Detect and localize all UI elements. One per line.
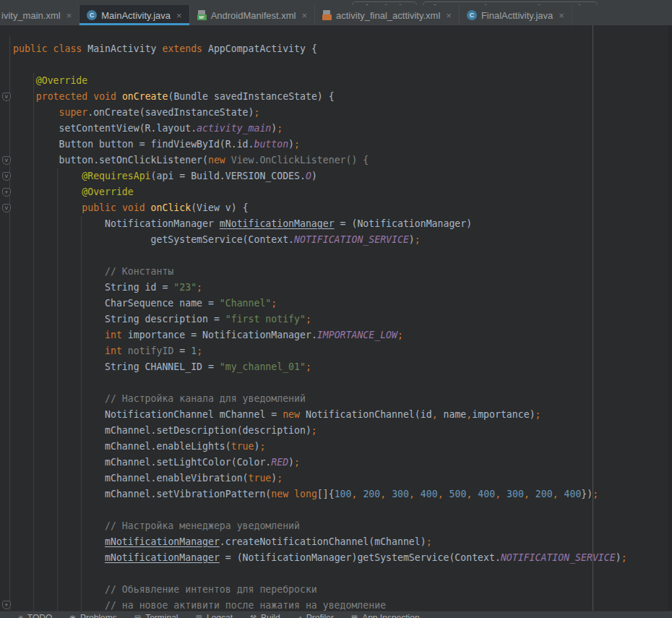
profiler-icon: ◔ — [298, 613, 302, 618]
tab-close-icon[interactable]: × — [559, 10, 564, 21]
code-line — [13, 566, 627, 582]
code-line: CharSequence name = "Channel"; — [13, 296, 627, 312]
code-line: mChannel.enableVibration(true); — [13, 471, 627, 486]
tab-FinalActtivity.java[interactable]: CFinalActtivity.java× — [460, 5, 572, 25]
java-class-icon: C — [467, 10, 477, 20]
code-line: public void onClick(View v) { — [13, 200, 627, 216]
tab-ivity_main.xml[interactable]: ivity_main.xml× — [0, 5, 79, 25]
ide-window: ivity_main.xml×CMainActivity.java×MFAndr… — [0, 0, 672, 618]
code-line: String description = "first notify"; — [13, 312, 627, 327]
code-line — [13, 248, 627, 264]
fold-toggle-icon[interactable]: + — [2, 188, 11, 197]
layout-xml-file-icon — [322, 10, 332, 20]
code-line — [13, 375, 627, 391]
code-line: // Настройка канала для уведомлений — [13, 391, 627, 407]
code-line: // Константы — [13, 264, 627, 280]
fold-toggle-icon[interactable]: ˅ — [2, 204, 11, 213]
code-line: setContentView(R.layout.activity_main); — [13, 121, 627, 137]
todo-list-icon: ≡ — [19, 613, 23, 618]
code-area: public class MainActivity extends AppCom… — [13, 25, 627, 611]
code-line: @Override — [13, 184, 627, 200]
tool-window-label: App Inspection — [362, 613, 419, 618]
fold-toggle-icon[interactable]: ˅ — [2, 93, 11, 101]
tab-close-icon[interactable]: × — [446, 10, 452, 21]
code-line: mNotificationManager.createNotificationC… — [13, 534, 627, 550]
tab-AndroidManifest.xml[interactable]: MFAndroidManifest.xml× — [190, 5, 315, 25]
code-line: protected void onCreate(Bundle savedInst… — [13, 89, 627, 105]
code-line: @RequiresApi(api = Build.VERSION_CODES.O… — [13, 168, 627, 184]
code-line: button.setOnClickListener(new View.OnCli… — [13, 153, 627, 168]
tab-MainActivity.java[interactable]: CMainActivity.java× — [79, 5, 189, 25]
tool-window-label: Problems — [80, 613, 117, 618]
tab-close-icon[interactable]: × — [176, 10, 182, 21]
tool-window-bar: ≡TODO◉Problems▤Terminal▥Logcat⚒Build◔Pro… — [0, 611, 672, 618]
code-line: // Настройка менеджера уведомлений — [13, 518, 627, 534]
code-line — [13, 57, 627, 73]
code-line: @Override — [13, 73, 627, 89]
tab-close-icon[interactable]: × — [301, 10, 307, 21]
tab-label: FinalActtivity.java — [481, 10, 553, 21]
code-line: mChannel.setLightColor(Color.RED); — [13, 455, 627, 471]
tool-window-label: Profiler — [306, 613, 334, 618]
code-line — [13, 25, 627, 41]
tool-window-button-TODO[interactable]: ≡TODO — [19, 613, 52, 618]
problems-icon: ◉ — [69, 613, 76, 618]
code-line: NotificationManager mNotificationManager… — [13, 216, 627, 232]
tab-close-icon[interactable]: × — [66, 10, 72, 21]
tab-activity_final_acttivity.xml[interactable]: activity_final_acttivity.xml× — [315, 5, 460, 25]
code-line — [13, 502, 627, 518]
code-line: getSystemService(Context.NOTIFICATION_SE… — [13, 232, 627, 248]
code-line: int importance = NotificationManager.IMP… — [13, 327, 627, 343]
fold-toggle-icon[interactable]: ˅ — [2, 172, 11, 181]
tool-window-button-Terminal[interactable]: ▤Terminal — [134, 613, 178, 618]
tool-window-button-Logcat[interactable]: ▥Logcat — [196, 613, 233, 618]
code-line: // Обьявление интентов для переброски — [13, 582, 627, 598]
fold-toggle-icon[interactable]: ˅ — [2, 156, 11, 165]
code-editor[interactable]: public class MainActivity extends AppCom… — [0, 25, 672, 611]
code-line: mChannel.setDescription(description); — [13, 423, 627, 439]
fold-toggle-icon[interactable]: + — [2, 601, 11, 609]
tab-label: activity_final_acttivity.xml — [336, 10, 440, 21]
code-line: Button button = findViewById(R.id.button… — [13, 137, 627, 153]
code-line: mNotificationManager = (NotificationMana… — [13, 550, 627, 566]
code-line: // на новое активити после нажатия на ув… — [13, 598, 627, 611]
manifest-file-icon: MF — [197, 10, 207, 20]
tool-window-button-Profiler[interactable]: ◔Profiler — [298, 613, 334, 618]
code-line: public class MainActivity extends AppCom… — [13, 41, 627, 57]
tool-window-items: ≡TODO◉Problems▤Terminal▥Logcat⚒Build◔Pro… — [19, 613, 420, 618]
code-line: super.onCreate(savedInstanceState); — [13, 105, 627, 121]
logcat-icon: ▥ — [196, 613, 202, 618]
main-toolbar — [0, 0, 672, 5]
tool-window-label: Terminal — [145, 613, 178, 618]
editor-tab-bar: ivity_main.xml×CMainActivity.java×MFAndr… — [0, 5, 672, 25]
tab-label: ivity_main.xml — [1, 10, 61, 21]
code-line: mChannel.setVibrationPattern(new long[]{… — [13, 486, 627, 502]
editor-scrollbar[interactable] — [668, 25, 672, 611]
code-line: String id = "23"; — [13, 280, 627, 296]
code-line: mChannel.enableLights(true); — [13, 439, 627, 455]
code-line: NotificationChannel mChannel = new Notif… — [13, 407, 627, 423]
build-hammer-icon: ⚒ — [250, 613, 257, 618]
code-line: int notifyID = 1; — [13, 343, 627, 359]
tool-window-label: TODO — [27, 613, 52, 618]
tool-window-button-Build[interactable]: ⚒Build — [250, 613, 280, 618]
tool-window-label: Build — [261, 613, 280, 618]
tab-label: AndroidManifest.xml — [211, 10, 296, 21]
app-inspection-icon: ▦ — [351, 613, 358, 618]
tool-window-button-App Inspection[interactable]: ▦App Inspection — [351, 613, 420, 618]
tab-label: MainActivity.java — [101, 10, 171, 21]
java-class-icon: C — [87, 10, 97, 20]
terminal-icon: ▤ — [134, 613, 141, 618]
code-line: String CHANNEL_ID = "my_channel_01"; — [13, 359, 627, 375]
tool-window-button-Problems[interactable]: ◉Problems — [69, 613, 116, 618]
tool-window-label: Logcat — [207, 613, 233, 618]
gutter-fold-line — [9, 36, 10, 611]
